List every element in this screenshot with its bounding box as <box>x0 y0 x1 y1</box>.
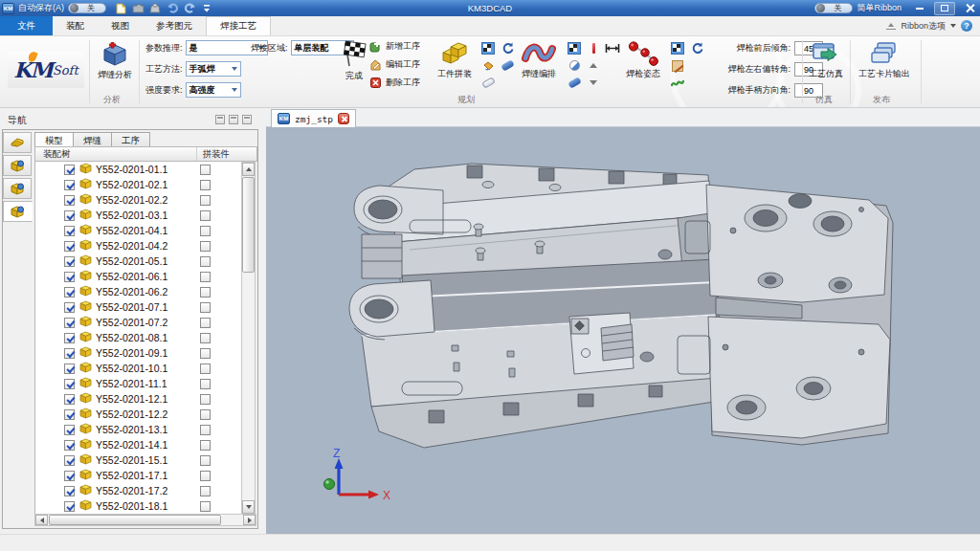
assembled-checkbox[interactable] <box>200 256 211 267</box>
scroll-up-button[interactable] <box>242 163 255 176</box>
visibility-checkbox[interactable] <box>64 226 75 236</box>
panel-dock-icon[interactable] <box>215 115 225 124</box>
visibility-checkbox[interactable] <box>64 409 75 420</box>
weld-flag-mini-icon[interactable] <box>480 41 496 55</box>
fill-bucket-icon[interactable] <box>480 58 496 73</box>
visibility-checkbox[interactable] <box>64 318 75 328</box>
visibility-checkbox[interactable] <box>64 210 75 221</box>
tab-welding-process[interactable]: 焊接工艺 <box>206 16 271 35</box>
edit-operation-button[interactable]: 编辑工序 <box>369 57 420 72</box>
assembled-column-header[interactable]: 拼装件 <box>196 147 231 161</box>
tree-row[interactable]: Y552-0201-09.1 <box>35 345 241 361</box>
visibility-checkbox[interactable] <box>64 394 75 405</box>
assembled-checkbox[interactable] <box>200 180 211 190</box>
seam-analysis-button[interactable]: 焊缝分析 <box>94 42 136 81</box>
part-name[interactable]: Y552-0201-06.1 <box>96 271 167 282</box>
document-close-icon[interactable] <box>338 113 349 124</box>
torch-pose-button[interactable]: 焊枪姿态 <box>620 41 666 80</box>
redo-icon[interactable] <box>183 2 196 14</box>
part-name[interactable]: Y552-0201-02.2 <box>96 194 167 206</box>
scroll-down-button[interactable] <box>242 500 255 514</box>
horizontal-scroll-thumb[interactable] <box>49 515 221 525</box>
visibility-checkbox[interactable] <box>64 471 75 481</box>
maximize-button[interactable] <box>934 2 955 15</box>
edit-pose-icon[interactable] <box>670 58 685 73</box>
tab-view[interactable]: 视图 <box>98 16 143 35</box>
part-name[interactable]: Y552-0201-01.1 <box>96 164 167 175</box>
visibility-checkbox[interactable] <box>64 302 75 313</box>
weld-flag-mini-icon[interactable] <box>670 41 685 55</box>
visibility-checkbox[interactable] <box>64 364 75 374</box>
visibility-checkbox[interactable] <box>64 425 75 435</box>
part-name[interactable]: Y552-0201-15.1 <box>96 454 167 466</box>
collapse-ribbon-icon[interactable] <box>886 22 896 30</box>
assembled-checkbox[interactable] <box>200 210 211 221</box>
tree-column-header[interactable]: 装配树 <box>35 148 71 161</box>
process-simulation-button[interactable]: 工艺仿真 <box>807 41 845 80</box>
assembled-checkbox[interactable] <box>200 471 211 481</box>
visibility-checkbox[interactable] <box>64 165 75 175</box>
part-name[interactable]: Y552-0201-10.1 <box>96 363 167 374</box>
assembled-checkbox[interactable] <box>200 195 211 206</box>
tree-row[interactable]: Y552-0201-01.1 <box>35 162 241 177</box>
visibility-checkbox[interactable] <box>64 501 75 512</box>
measure-icon[interactable] <box>605 41 620 55</box>
torch-capsule-blue-icon[interactable] <box>567 76 582 90</box>
part-name[interactable]: Y552-0201-07.1 <box>96 301 167 313</box>
part-assemble-button[interactable]: 工件拼装 <box>433 41 477 80</box>
tree-row[interactable]: Y552-0201-02.2 <box>35 192 241 208</box>
strip-process-button[interactable] <box>3 201 33 222</box>
part-name[interactable]: Y552-0201-17.1 <box>96 470 167 481</box>
tab-assembly[interactable]: 装配 <box>53 16 98 35</box>
vertical-scrollbar[interactable] <box>241 162 256 515</box>
part-name[interactable]: Y552-0201-12.1 <box>96 393 167 405</box>
seam-sphere-icon[interactable] <box>567 58 582 73</box>
undo-icon[interactable] <box>166 2 179 14</box>
tree-row[interactable]: Y552-0201-12.1 <box>35 391 241 407</box>
visibility-checkbox[interactable] <box>64 195 75 206</box>
process-method-select[interactable]: 手弧焊 <box>186 61 241 77</box>
assembled-checkbox[interactable] <box>200 379 211 389</box>
visibility-checkbox[interactable] <box>64 287 75 298</box>
seam-arrange-button[interactable]: 焊缝编排 <box>515 41 563 80</box>
assembled-checkbox[interactable] <box>200 287 211 298</box>
part-name[interactable]: Y552-0201-14.1 <box>96 439 167 451</box>
tree-row[interactable]: Y552-0201-17.1 <box>35 468 241 483</box>
assembled-checkbox[interactable] <box>200 486 211 496</box>
visibility-checkbox[interactable] <box>64 455 75 466</box>
part-name[interactable]: Y552-0201-11.1 <box>96 378 167 389</box>
assembled-checkbox[interactable] <box>200 394 211 405</box>
strip-model-button[interactable] <box>3 132 32 153</box>
tree-row[interactable]: Y552-0201-05.1 <box>35 253 241 269</box>
part-name[interactable]: Y552-0201-05.1 <box>96 255 167 267</box>
assembled-checkbox[interactable] <box>200 241 211 252</box>
path-snake-icon[interactable] <box>670 76 685 90</box>
tab-reference[interactable]: 参考图元 <box>143 16 206 35</box>
weld-flag-mini-icon[interactable] <box>567 41 582 55</box>
process-card-output-button[interactable]: 工艺卡片输出 <box>855 41 914 80</box>
help-icon[interactable]: ? <box>961 20 972 32</box>
app-icon[interactable]: KM <box>2 3 14 14</box>
part-name[interactable]: Y552-0201-07.2 <box>96 317 167 328</box>
assembled-checkbox[interactable] <box>200 333 211 343</box>
visibility-checkbox[interactable] <box>64 180 75 190</box>
part-name[interactable]: Y552-0201-06.2 <box>96 286 167 298</box>
toolbar-more-icon[interactable] <box>200 2 213 14</box>
assembled-checkbox[interactable] <box>200 409 211 420</box>
assembled-checkbox[interactable] <box>200 226 211 236</box>
assembled-checkbox[interactable] <box>200 425 211 435</box>
minimize-button[interactable] <box>909 2 930 15</box>
assembled-checkbox[interactable] <box>200 440 211 451</box>
visibility-checkbox[interactable] <box>64 333 75 343</box>
tree-row[interactable]: Y552-0201-03.1 <box>35 208 241 223</box>
scroll-right-button[interactable] <box>243 515 256 525</box>
part-name[interactable]: Y552-0201-09.1 <box>96 347 167 359</box>
tree-row[interactable]: Y552-0201-17.2 <box>35 483 241 498</box>
seam-marker-icon[interactable] <box>586 41 601 55</box>
visibility-checkbox[interactable] <box>64 348 75 359</box>
part-name[interactable]: Y552-0201-08.1 <box>96 332 167 343</box>
rotate-icon[interactable] <box>689 41 704 55</box>
tree-row[interactable]: Y552-0201-04.1 <box>35 223 241 238</box>
tree-row[interactable]: Y552-0201-08.1 <box>35 330 241 345</box>
strength-req-select[interactable]: 高强度 <box>186 82 241 98</box>
